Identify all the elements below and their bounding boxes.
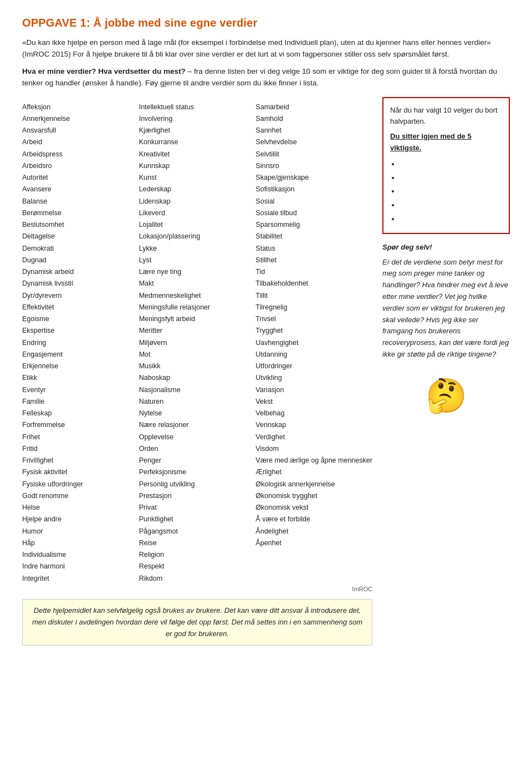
list-item: Samarbeid bbox=[255, 101, 372, 113]
list-item: Fritid bbox=[22, 443, 139, 455]
bullet-item bbox=[400, 214, 502, 225]
list-item: Økonomisk trygghet bbox=[255, 490, 372, 502]
list-item: Involvering bbox=[139, 113, 256, 125]
imroc-label: ImROC bbox=[22, 586, 372, 592]
value-list-3: SamarbeidSamholdSannhetSelvhevdelseSelvt… bbox=[255, 101, 372, 585]
list-item: Prestasjon bbox=[139, 490, 256, 502]
list-item: Penger bbox=[139, 455, 256, 466]
list-item: Lidenskap bbox=[139, 196, 256, 207]
list-item: Kjærlighet bbox=[139, 125, 256, 136]
ask-bold: Spør deg selv! bbox=[382, 242, 510, 253]
list-item: Makt bbox=[139, 278, 256, 290]
list-item: Respekt bbox=[139, 561, 256, 572]
list-item: Selvhevdelse bbox=[255, 136, 372, 148]
list-item: Vekst bbox=[255, 396, 372, 408]
list-item: Dynamisk livsstil bbox=[22, 278, 139, 290]
list-item: Verdighet bbox=[255, 431, 372, 443]
list-item: Miljøvern bbox=[139, 337, 256, 349]
list-item: Forfremmelse bbox=[22, 419, 139, 431]
intro-bold: Hva er mine verdier? Hva verdsetter du m… bbox=[22, 67, 186, 75]
list-item: Helse bbox=[22, 502, 139, 514]
list-item: Personlig utvikling bbox=[139, 479, 256, 490]
list-item: Egoisme bbox=[22, 313, 139, 325]
list-item: Punktlighet bbox=[139, 514, 256, 525]
list-item: Utfordringer bbox=[255, 360, 372, 372]
list-item: Tilregnelig bbox=[255, 302, 372, 313]
list-item: Å være et forbilde bbox=[255, 514, 372, 525]
list-item: Sosiale tilbud bbox=[255, 207, 372, 219]
list-item: Avansere bbox=[22, 184, 139, 195]
list-item: Orden bbox=[139, 443, 256, 455]
bullet-item bbox=[400, 172, 502, 184]
list-item: Felleskap bbox=[22, 408, 139, 419]
list-item: Opplevelse bbox=[139, 431, 256, 443]
list-item: Tilbakeholdenhet bbox=[255, 278, 372, 290]
list-item: Dyr/dyrevern bbox=[22, 290, 139, 302]
choose-text: Når du har valgt 10 velger du bort halvp… bbox=[390, 105, 502, 128]
list-item: Selvtillit bbox=[255, 149, 372, 160]
footer-box: Dette hjelpemidlet kan selvfølgelig også… bbox=[22, 599, 372, 646]
list-item: Samhold bbox=[255, 113, 372, 125]
list-item: Arbeidsro bbox=[22, 160, 139, 172]
bullet-item bbox=[400, 186, 502, 197]
list-item: Autoritet bbox=[22, 172, 139, 184]
value-lists: AffeksjonAnnerkjennelseAnsvarsfullArbeid… bbox=[22, 101, 372, 585]
list-item: Sofistikasjon bbox=[255, 184, 372, 195]
list-item: Kunnskap bbox=[139, 160, 256, 172]
list-item: Fysisk aktivitet bbox=[22, 466, 139, 478]
list-item: Meningsfulle relasjoner bbox=[139, 302, 256, 313]
list-item: Godt renomme bbox=[22, 490, 139, 502]
list-item: Lederskap bbox=[139, 184, 256, 195]
list-item: Eventyr bbox=[22, 384, 139, 396]
list-item: Rikdom bbox=[139, 573, 256, 585]
list-item: Håp bbox=[22, 537, 139, 549]
ask-italic: Er det de verdiene som betyr mest for me… bbox=[382, 257, 510, 360]
list-item: Musikk bbox=[139, 360, 256, 372]
list-item: Erkjennelse bbox=[22, 360, 139, 372]
right-column: Når du har valgt 10 velger du bort halvp… bbox=[382, 97, 510, 646]
intro-paragraph-2: Hva er mine verdier? Hva verdsetter du m… bbox=[22, 66, 510, 89]
list-item: Trivsel bbox=[255, 313, 372, 325]
list-item: Sparsommelig bbox=[255, 219, 372, 231]
value-list-2: Intellektuell statusInvolveringKjærlighe… bbox=[139, 101, 256, 585]
list-item: Engasjement bbox=[22, 349, 139, 360]
list-item: Lojalitet bbox=[139, 219, 256, 231]
list-item: Fysiske utfordringer bbox=[22, 479, 139, 490]
list-item: Status bbox=[255, 243, 372, 255]
list-item: Lokasjon/plassering bbox=[139, 231, 256, 242]
right-bottom-box: Spør deg selv! Er det de verdiene som be… bbox=[382, 242, 510, 423]
list-item: Nære relasjoner bbox=[139, 419, 256, 431]
left-column: AffeksjonAnnerkjennelseAnsvarsfullArbeid… bbox=[22, 97, 372, 646]
list-item: Skape/gjenskape bbox=[255, 172, 372, 184]
list-item: Integritet bbox=[22, 573, 139, 585]
list-item: Være med ærlige og åpne mennesker bbox=[255, 455, 372, 466]
list-item: Hjelpe andre bbox=[22, 514, 139, 525]
list-item: Dynamisk arbeid bbox=[22, 266, 139, 278]
list-item: Stillhet bbox=[255, 255, 372, 266]
list-item: Utdanning bbox=[255, 349, 372, 360]
list-item: Sosial bbox=[255, 196, 372, 207]
list-item: Annerkjennelse bbox=[22, 113, 139, 125]
value-lists-wrapper: AffeksjonAnnerkjennelseAnsvarsfullArbeid… bbox=[22, 101, 372, 585]
list-item: Likeverd bbox=[139, 207, 256, 219]
bullet-item bbox=[400, 200, 502, 211]
list-item: Lære nye ting bbox=[139, 266, 256, 278]
list-item: Nasjonalisme bbox=[139, 384, 256, 396]
list-item: Lyst bbox=[139, 255, 256, 266]
list-item: Lykke bbox=[139, 243, 256, 255]
list-item: Berømmelse bbox=[22, 207, 139, 219]
list-item: Reise bbox=[139, 537, 256, 549]
list-item: Humor bbox=[22, 526, 139, 537]
list-item: Konkurranse bbox=[139, 136, 256, 148]
list-item: Perfeksjonisme bbox=[139, 466, 256, 478]
right-top-box: Når du har valgt 10 velger du bort halvp… bbox=[382, 97, 510, 234]
list-item: Privat bbox=[139, 502, 256, 514]
list-item: Intellektuell status bbox=[139, 101, 256, 113]
list-item: Endring bbox=[22, 337, 139, 349]
list-item: Kreativitet bbox=[139, 149, 256, 160]
list-item: Religion bbox=[139, 549, 256, 561]
list-item: Variasjon bbox=[255, 384, 372, 396]
list-item: Utvikling bbox=[255, 372, 372, 384]
list-item: Økonomisk vekst bbox=[255, 502, 372, 514]
smiley-emoji: 🤔 bbox=[382, 369, 510, 423]
